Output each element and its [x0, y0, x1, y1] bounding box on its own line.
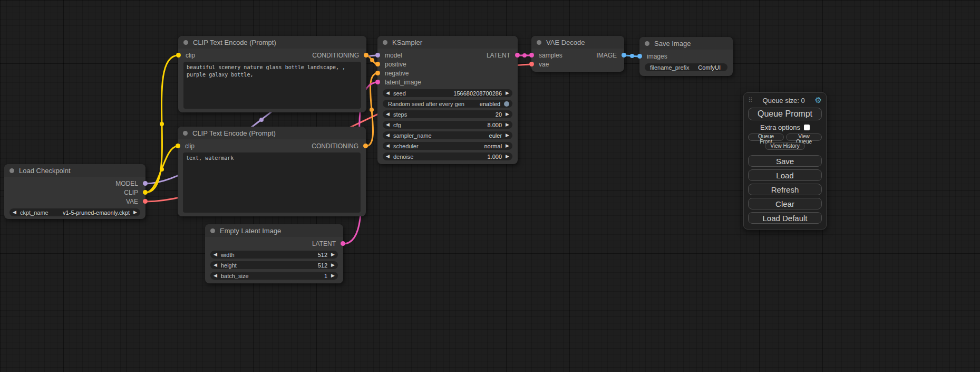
node-title-bar[interactable]: KSampler [377, 36, 518, 49]
drag-handle-icon[interactable]: ⠿ [748, 97, 753, 104]
output-socket-latent[interactable] [515, 53, 520, 58]
collapse-dot-icon[interactable] [537, 40, 541, 45]
settings-gear-icon[interactable]: ⚙ [815, 96, 822, 105]
steps-widget[interactable]: ◀ steps 20 ▶ [383, 110, 512, 118]
input-socket-positive[interactable] [375, 62, 380, 66]
widget-label: batch_size [221, 273, 249, 279]
toggle-knob[interactable] [504, 101, 509, 107]
queue-menu-panel[interactable]: ⠿ Queue size: 0 ⚙ Queue Prompt Extra opt… [743, 92, 827, 230]
decrement-arrow-icon[interactable]: ◀ [386, 133, 390, 138]
output-label-latent: LATENT [312, 240, 336, 247]
node-title-bar[interactable]: Load Checkpoint [4, 164, 145, 177]
clear-button[interactable]: Clear [748, 198, 822, 209]
decrement-arrow-icon[interactable]: ◀ [214, 263, 217, 268]
output-socket-vae[interactable] [143, 199, 148, 204]
view-queue-button[interactable]: View Queue [786, 133, 822, 141]
increment-arrow-icon[interactable]: ▶ [506, 144, 509, 148]
decrement-arrow-icon[interactable]: ◀ [386, 122, 390, 127]
positive-prompt-textarea[interactable]: beautiful scenery nature glass bottle la… [183, 62, 361, 109]
slot-row: clip CONDITIONING [178, 141, 366, 150]
refresh-button[interactable]: Refresh [748, 184, 822, 195]
collapse-dot-icon[interactable] [183, 131, 188, 136]
input-socket-clip[interactable] [176, 53, 181, 58]
node-clip-text-encode-negative[interactable]: CLIP Text Encode (Prompt) clip CONDITION… [178, 127, 366, 216]
height-widget[interactable]: ◀ height 512 ▶ [210, 261, 338, 269]
queue-front-button[interactable]: Queue Front [748, 133, 784, 141]
increment-arrow-icon[interactable]: ▶ [331, 273, 335, 278]
increment-arrow-icon[interactable]: ▶ [331, 252, 335, 257]
node-title-bar[interactable]: Empty Latent Image [205, 224, 343, 237]
increment-arrow-icon[interactable]: ▶ [506, 122, 509, 127]
input-label-model: model [385, 52, 402, 59]
widget-value: 156680208700286 [453, 90, 502, 97]
decrement-arrow-icon[interactable]: ◀ [214, 252, 217, 257]
output-socket-latent[interactable] [341, 241, 345, 246]
increment-arrow-icon[interactable]: ▶ [331, 263, 335, 268]
filename-prefix-widget[interactable]: filename_prefix ComfyUI [645, 63, 727, 71]
widget-label: width [221, 252, 235, 258]
node-title: CLIP Text Encode (Prompt) [192, 129, 276, 137]
control-after-generate-widget[interactable]: Random seed after every gen enabled [383, 100, 512, 108]
node-title-bar[interactable]: CLIP Text Encode (Prompt) [178, 36, 366, 49]
increment-arrow-icon[interactable]: ▶ [506, 112, 509, 117]
input-socket-latent-image[interactable] [375, 80, 380, 84]
increment-arrow-icon[interactable]: ▶ [506, 154, 509, 159]
node-clip-text-encode-positive[interactable]: CLIP Text Encode (Prompt) clip CONDITION… [178, 36, 366, 112]
node-title-bar[interactable]: Save Image [639, 37, 733, 50]
save-button[interactable]: Save [748, 155, 822, 167]
input-socket-negative[interactable] [375, 71, 380, 75]
batch-size-widget[interactable]: ◀ batch_size 1 ▶ [210, 272, 338, 280]
increment-arrow-icon[interactable]: ▶ [506, 133, 509, 138]
load-button[interactable]: Load [748, 169, 822, 181]
load-default-button[interactable]: Load Default [748, 212, 822, 224]
increment-arrow-icon[interactable]: ▶ [506, 91, 509, 96]
input-socket-samples[interactable] [529, 53, 534, 58]
queue-prompt-button[interactable]: Queue Prompt [748, 108, 822, 120]
node-title-bar[interactable]: CLIP Text Encode (Prompt) [178, 127, 366, 139]
decrement-arrow-icon[interactable]: ◀ [386, 91, 390, 96]
collapse-dot-icon[interactable] [9, 168, 14, 173]
cfg-widget[interactable]: ◀ cfg 8.000 ▶ [383, 121, 512, 129]
ckpt-name-widget[interactable]: ◀ ckpt_name v1-5-pruned-emaonly.ckpt ▶ [9, 208, 140, 216]
decrement-arrow-icon[interactable]: ◀ [13, 210, 16, 215]
widget-label: Random seed after every gen [388, 101, 464, 107]
input-socket-vae[interactable] [529, 62, 534, 66]
collapse-dot-icon[interactable] [183, 40, 188, 45]
output-socket-model[interactable] [143, 181, 148, 186]
input-socket-model[interactable] [375, 53, 380, 58]
view-history-button[interactable]: View History [765, 142, 805, 150]
output-socket-clip[interactable] [143, 190, 148, 195]
node-title: CLIP Text Encode (Prompt) [193, 39, 276, 46]
link-midpoint-dot [370, 108, 374, 112]
decrement-arrow-icon[interactable]: ◀ [386, 154, 390, 159]
extra-options-checkbox[interactable] [804, 125, 810, 130]
widget-label: height [221, 262, 237, 269]
denoise-widget[interactable]: ◀ denoise 1.000 ▶ [383, 152, 512, 160]
collapse-dot-icon[interactable] [210, 228, 215, 233]
node-empty-latent-image[interactable]: Empty Latent Image LATENT ◀ width 512 ▶ … [205, 224, 343, 283]
output-socket-conditioning[interactable] [364, 53, 368, 58]
decrement-arrow-icon[interactable]: ◀ [214, 273, 217, 278]
input-socket-images[interactable] [637, 54, 642, 59]
seed-widget[interactable]: ◀ seed 156680208700286 ▶ [383, 89, 512, 97]
sampler-name-widget[interactable]: ◀ sampler_name euler ▶ [383, 131, 512, 139]
negative-prompt-textarea[interactable]: text, watermark [183, 152, 361, 213]
node-load-checkpoint[interactable]: Load Checkpoint MODEL CLIP VAE ◀ ckpt_na… [4, 164, 145, 219]
width-widget[interactable]: ◀ width 512 ▶ [210, 251, 338, 259]
output-socket-conditioning[interactable] [363, 144, 368, 148]
link-midpoint-dot [259, 118, 264, 122]
output-socket-image[interactable] [622, 53, 626, 58]
decrement-arrow-icon[interactable]: ◀ [386, 144, 390, 148]
widget-label: filename_prefix [650, 64, 690, 71]
collapse-dot-icon[interactable] [383, 40, 387, 45]
decrement-arrow-icon[interactable]: ◀ [386, 112, 390, 117]
scheduler-widget[interactable]: ◀ scheduler normal ▶ [383, 142, 512, 150]
node-save-image[interactable]: Save Image images filename_prefix ComfyU… [639, 37, 733, 76]
node-ksampler[interactable]: KSampler model LATENT positive negative … [377, 36, 518, 164]
node-vae-decode[interactable]: VAE Decode samples IMAGE vae [531, 36, 624, 72]
increment-arrow-icon[interactable]: ▶ [133, 210, 137, 215]
collapse-dot-icon[interactable] [645, 41, 649, 46]
input-socket-clip[interactable] [176, 144, 180, 148]
node-title-bar[interactable]: VAE Decode [531, 36, 624, 49]
node-graph-canvas[interactable]: Load Checkpoint MODEL CLIP VAE ◀ ckpt_na… [0, 0, 980, 372]
